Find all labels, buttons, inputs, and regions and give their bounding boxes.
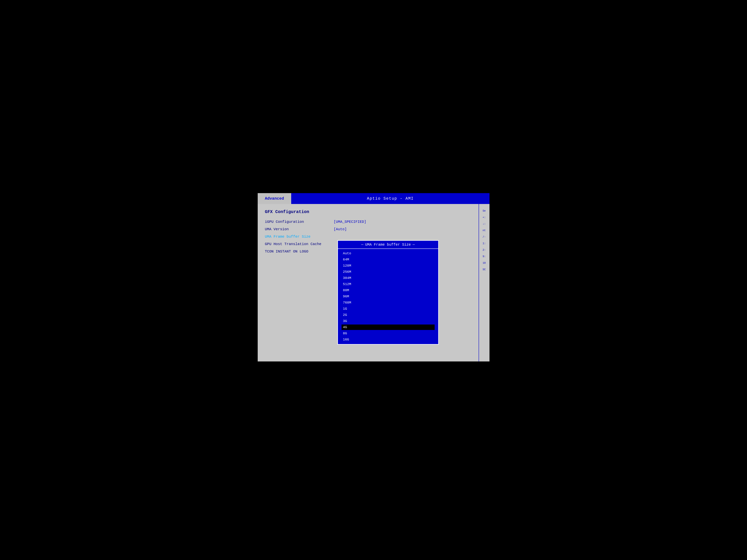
top-bar: Advanced Aptio Setup - AMI: [258, 193, 489, 204]
dropdown-item-3g[interactable]: 3G: [341, 318, 435, 324]
igpu-value: [UMA_SPECIFIED]: [334, 220, 366, 224]
right-sidebar: Se +: ↓: nt /- 1: 2: 9: 10 SC: [479, 204, 489, 362]
dropdown-uma-frame[interactable]: UMA Frame buffer Size Auto 64M 128M 256M…: [337, 240, 439, 345]
dropdown-item-auto[interactable]: Auto: [341, 251, 435, 256]
title-bar: Aptio Setup - AMI: [291, 193, 489, 204]
uma-version-value: [Auto]: [334, 227, 347, 231]
igpu-label: iGPU Configuration: [265, 220, 334, 224]
dropdown-item-768m[interactable]: 768M: [341, 300, 435, 305]
uma-version-label: UMA Version: [265, 227, 334, 231]
sidebar-2: 2:: [483, 248, 486, 251]
dropdown-item-256m[interactable]: 256M: [341, 269, 435, 274]
dropdown-item-384m[interactable]: 384M: [341, 275, 435, 281]
gpu-host-label: GPU Host Translation Cache: [265, 242, 334, 246]
section-title: GFX Configuration: [265, 209, 471, 214]
dropdown-item-512m[interactable]: 512M: [341, 282, 435, 287]
tab-advanced[interactable]: Advanced: [258, 193, 291, 204]
dropdown-item-4g[interactable]: 4G: [341, 324, 435, 330]
sidebar-down: ↓:: [483, 222, 486, 225]
config-row-uma-frame[interactable]: UMA Frame buffer Size: [265, 235, 471, 239]
dropdown-item-16g[interactable]: 16G: [341, 337, 435, 342]
dropdown-item-64m[interactable]: 64M: [341, 257, 435, 262]
dropdown-item-128m[interactable]: 128M: [341, 263, 435, 268]
bottom-bar: [258, 362, 489, 367]
dropdown-item-2g[interactable]: 2G: [341, 312, 435, 318]
config-row-igpu: iGPU Configuration [UMA_SPECIFIED]: [265, 220, 471, 224]
dropdown-list: Auto 64M 128M 256M 384M 512M 80M 96M 768…: [338, 249, 438, 344]
sidebar-10: 10: [483, 262, 486, 264]
config-row-uma-version: UMA Version [Auto]: [265, 227, 471, 231]
sidebar-1: 1:: [483, 242, 486, 245]
sidebar-9: 9:: [483, 255, 486, 258]
main-content: GFX Configuration iGPU Configuration [UM…: [258, 204, 489, 362]
bios-screen: Advanced Aptio Setup - AMI GFX Configura…: [258, 193, 489, 367]
sidebar-plus: +:: [483, 216, 486, 219]
uma-frame-label: UMA Frame buffer Size: [265, 235, 334, 239]
tcon-label: TCON INSTANT ON LOGO: [265, 249, 334, 254]
sidebar-sc: SC: [483, 268, 486, 271]
dropdown-title: UMA Frame buffer Size: [338, 241, 438, 249]
dropdown-item-80m[interactable]: 80M: [341, 288, 435, 293]
left-panel: GFX Configuration iGPU Configuration [UM…: [258, 204, 479, 362]
dropdown-item-96m[interactable]: 96M: [341, 294, 435, 299]
sidebar-slash: /-: [483, 236, 486, 238]
sidebar-content: Se +: ↓: nt /- 1: 2: 9: 10 SC: [480, 206, 489, 271]
dropdown-item-8g[interactable]: 8G: [341, 331, 435, 336]
dropdown-item-1g[interactable]: 1G: [341, 306, 435, 312]
sidebar-nt: nt: [483, 229, 486, 232]
sidebar-se: Se: [483, 209, 486, 212]
